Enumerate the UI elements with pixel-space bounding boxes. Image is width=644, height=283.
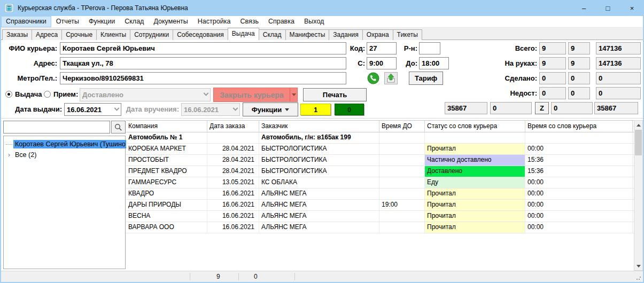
- close-courier-dropdown[interactable]: [290, 88, 297, 101]
- scroll-down-icon[interactable]: [634, 262, 642, 270]
- menu-item[interactable]: Документы: [149, 16, 192, 27]
- to-time-input[interactable]: [419, 57, 449, 69]
- print-button[interactable]: Печать: [303, 88, 367, 101]
- menu-item[interactable]: Склад: [120, 16, 149, 27]
- tab-Сотрудники[interactable]: Сотрудники: [130, 29, 173, 40]
- tree-line: [6, 144, 12, 145]
- table-row[interactable]: ВЕСНА16.06.2021АЛЬЯНС МЕГАПрочитал00:00: [126, 211, 643, 222]
- stat-field[interactable]: [539, 57, 566, 69]
- tab-Клиенты[interactable]: Клиенты: [96, 29, 130, 40]
- tab-Срочные[interactable]: Срочные: [61, 29, 97, 40]
- menu-item[interactable]: Связь: [235, 16, 263, 27]
- total-field-4[interactable]: [594, 102, 638, 114]
- main-area: Коротаев Сергей Юрьевич (Тушино)›Все (2)…: [1, 119, 643, 271]
- table-row[interactable]: КОРОБКА МАРКЕТ28.04.2021БЫСТРОЛОГИСТИКАП…: [126, 144, 643, 155]
- time-do-cell: [379, 155, 425, 166]
- vertical-scrollbar[interactable]: [634, 120, 643, 271]
- maximize-button[interactable]: □: [596, 0, 620, 16]
- rn-input[interactable]: [419, 42, 440, 54]
- issue-date-combobox[interactable]: 16.06.2021: [64, 103, 121, 116]
- total-field-1[interactable]: [445, 102, 487, 114]
- tab-Манифесты[interactable]: Манифесты: [285, 29, 330, 40]
- menu-item[interactable]: Настройка: [193, 16, 236, 27]
- scrollbar-thumb[interactable]: [635, 130, 642, 155]
- total-field-2[interactable]: [490, 102, 532, 114]
- close-courier-button[interactable]: Закрыть курьера: [213, 88, 298, 102]
- call-icon[interactable]: [366, 72, 380, 84]
- metro-phone-input[interactable]: [60, 72, 346, 84]
- tab-Собеседования[interactable]: Собеседования: [173, 29, 228, 40]
- metro-phone-label: Метро/Тел.:: [1, 72, 57, 84]
- status-combobox[interactable]: Доставлено: [80, 88, 211, 101]
- stat-field[interactable]: [539, 87, 566, 99]
- address-input[interactable]: [60, 57, 346, 69]
- issue-radio[interactable]: Выдача: [5, 90, 42, 98]
- menu-item[interactable]: Отчеты: [51, 16, 84, 27]
- company-cell: ДАРЫ ПРИРОДЫ: [126, 200, 207, 210]
- receive-radio[interactable]: Прием:: [44, 90, 78, 98]
- column-header[interactable]: Компания: [126, 121, 207, 132]
- table-row[interactable]: КВАДРО16.06.2021АЛЬЯНС МЕГАПрочитал00:00: [126, 188, 643, 200]
- tab-Адреса[interactable]: Адреса: [32, 29, 62, 40]
- tab-Задания[interactable]: Задания: [329, 29, 362, 40]
- stat-label: На руках:: [473, 57, 537, 69]
- app-icon: [5, 4, 13, 12]
- column-header[interactable]: Время со слов курьера: [525, 121, 633, 132]
- stat-field[interactable]: [596, 57, 641, 69]
- tab-strip: ЗаказыАдресаСрочныеКлиентыСотрудникиСобе…: [1, 28, 643, 40]
- courier-search-input[interactable]: [3, 121, 110, 133]
- stat-field[interactable]: [539, 42, 566, 54]
- stat-field[interactable]: [596, 87, 641, 99]
- kod-input[interactable]: [367, 42, 397, 54]
- menu-item[interactable]: Справка: [263, 16, 299, 27]
- order-date-cell: 28.04.2021: [207, 144, 259, 154]
- menu-item[interactable]: Справочники: [1, 16, 51, 27]
- tree-item[interactable]: Коротаев Сергей Юрьевич (Тушино): [4, 139, 125, 150]
- order-date-cell: 13.05.2021: [207, 177, 259, 188]
- table-row[interactable]: ПРОСТОБЫТ28.04.2021БЫСТРОЛОГИСТИКАЧастич…: [126, 155, 643, 166]
- table-row[interactable]: ВАРВАРА ООО16.06.2021АЛЬЯНС МЕГАПрочитал…: [126, 222, 643, 233]
- expander-icon[interactable]: ›: [6, 152, 12, 158]
- column-header[interactable]: Время ДО: [379, 121, 425, 132]
- status-cell: Прочитал: [425, 222, 525, 233]
- tab-Заказы[interactable]: Заказы: [2, 29, 32, 40]
- customer-cell: АЛЬЯНС МЕГА: [259, 211, 379, 222]
- total-field-3[interactable]: [551, 102, 593, 114]
- time-do-cell: [379, 177, 425, 188]
- tariff-button[interactable]: Тариф: [409, 72, 443, 85]
- table-row[interactable]: ГАММАРЕСУРС13.05.2021КС ОБЛАКАЕду00:00: [126, 177, 643, 188]
- z-button[interactable]: Z: [535, 102, 549, 114]
- stat-field[interactable]: [596, 42, 641, 54]
- tab-Выдача[interactable]: Выдача: [228, 28, 259, 40]
- table-row[interactable]: ПРЕДМЕТ КВАДРО28.04.2021БЫСТРОЛОГИСТИКАД…: [126, 166, 643, 177]
- search-button[interactable]: [111, 121, 126, 133]
- menu-item[interactable]: Функции: [84, 16, 120, 27]
- stat-field[interactable]: [568, 57, 590, 69]
- resize-grip[interactable]: [636, 275, 641, 280]
- stat-field[interactable]: [539, 72, 566, 84]
- fio-input[interactable]: [60, 42, 346, 54]
- close-button[interactable]: ×: [620, 0, 644, 16]
- table-row[interactable]: ДАРЫ ПРИРОДЫ16.06.2021АЛЬЯНС МЕГА19:00Пр…: [126, 200, 643, 211]
- table-row[interactable]: Автомобиль № 1Автомобиль, г/н: в165ак 19…: [126, 132, 643, 144]
- menu-item[interactable]: Выход: [299, 16, 329, 27]
- column-header[interactable]: Статус со слов курьера: [425, 121, 525, 132]
- tab-Охрана[interactable]: Охрана: [362, 29, 393, 40]
- column-header[interactable]: Дата заказа: [207, 121, 259, 132]
- tree-item[interactable]: ›Все (2): [4, 150, 125, 160]
- from-time-input[interactable]: [367, 57, 397, 69]
- functions-button[interactable]: Функции: [243, 103, 298, 116]
- tab-Склад[interactable]: Склад: [259, 29, 286, 40]
- tree-item-label: Все (2): [13, 151, 38, 159]
- courier-time-cell: 00:00: [525, 144, 633, 154]
- column-header[interactable]: Заказчик: [259, 121, 379, 132]
- delivery-date-combobox[interactable]: 16.06.2021: [181, 103, 240, 116]
- export-upload-icon[interactable]: [384, 72, 398, 84]
- scroll-up-icon[interactable]: [634, 121, 642, 129]
- stat-field[interactable]: [596, 72, 641, 84]
- tab-Тикеты[interactable]: Тикеты: [393, 29, 422, 40]
- minimize-button[interactable]: –: [572, 0, 596, 16]
- stat-field[interactable]: [568, 42, 590, 54]
- stat-field[interactable]: [568, 87, 590, 99]
- stat-field[interactable]: [568, 72, 590, 84]
